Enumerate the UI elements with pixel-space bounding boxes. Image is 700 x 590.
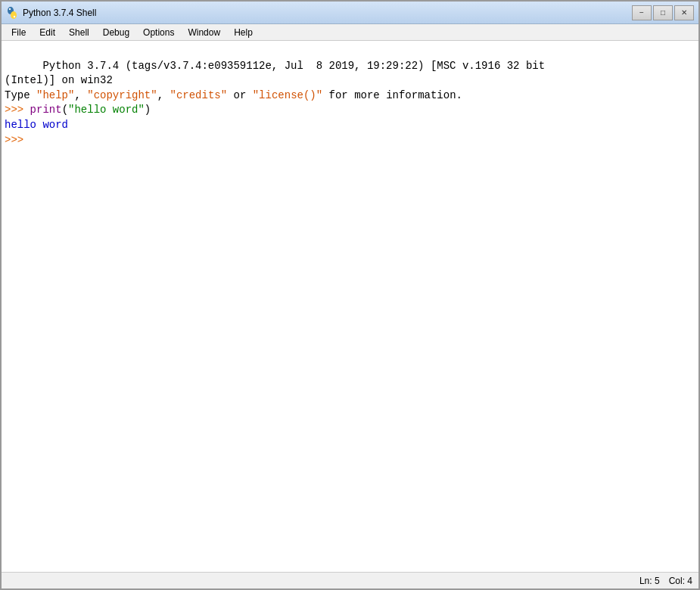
menu-bar: File Edit Shell Debug Options Window Hel… — [2, 24, 698, 41]
console-output: Python 3.7.4 (tags/v3.7.4:e09359112e, Ju… — [5, 44, 695, 163]
startup-line1: Python 3.7.4 (tags/v3.7.4:e09359112e, Ju… — [42, 60, 545, 72]
svg-point-1 — [11, 11, 17, 19]
main-window: Python 3.7.4 Shell − □ ✕ File Edit Shell… — [0, 0, 700, 590]
svg-point-2 — [9, 8, 11, 9]
startup-line2: (Intel)] on win32 — [5, 74, 113, 86]
license-keyword: "license()" — [253, 89, 322, 101]
command-paren-open: ( — [62, 104, 68, 116]
close-button[interactable]: ✕ — [674, 5, 694, 20]
menu-edit[interactable]: Edit — [33, 25, 62, 40]
output-hello: hello word — [5, 119, 68, 131]
menu-window[interactable]: Window — [181, 25, 227, 40]
menu-options[interactable]: Options — [136, 25, 181, 40]
menu-help[interactable]: Help — [227, 25, 260, 40]
col-number: Col: 4 — [669, 576, 692, 586]
window-controls: − □ ✕ — [632, 5, 694, 20]
credits-keyword: "credits" — [170, 89, 227, 101]
sep2: , — [157, 89, 170, 101]
line-number: Ln: 5 — [639, 576, 660, 586]
console-area[interactable]: Python 3.7.4 (tags/v3.7.4:e09359112e, Ju… — [2, 41, 698, 572]
title-bar: Python 3.7.4 Shell − □ ✕ — [2, 2, 698, 24]
sep1: , — [74, 89, 87, 101]
info-suffix: for more information. — [322, 89, 462, 101]
maximize-button[interactable]: □ — [653, 5, 673, 20]
command-string: "hello word" — [68, 104, 145, 116]
menu-debug[interactable]: Debug — [96, 25, 136, 40]
command-print: print — [30, 104, 62, 116]
help-keyword: "help" — [36, 89, 74, 101]
status-info: Ln: 5 Col: 4 — [639, 576, 692, 586]
menu-file[interactable]: File — [5, 25, 33, 40]
copyright-keyword: "copyright" — [87, 89, 157, 101]
window-title: Python 3.7.4 Shell — [23, 8, 632, 18]
command-paren-close: ) — [145, 104, 151, 116]
type-prefix: Type — [5, 89, 36, 101]
or-text: or — [227, 89, 253, 101]
prompt2: >>> — [5, 134, 23, 146]
prompt1: >>> — [5, 104, 30, 116]
app-icon — [6, 7, 18, 19]
status-bar: Ln: 5 Col: 4 — [2, 572, 698, 588]
svg-point-3 — [14, 15, 15, 17]
menu-shell[interactable]: Shell — [62, 25, 96, 40]
minimize-button[interactable]: − — [632, 5, 652, 20]
